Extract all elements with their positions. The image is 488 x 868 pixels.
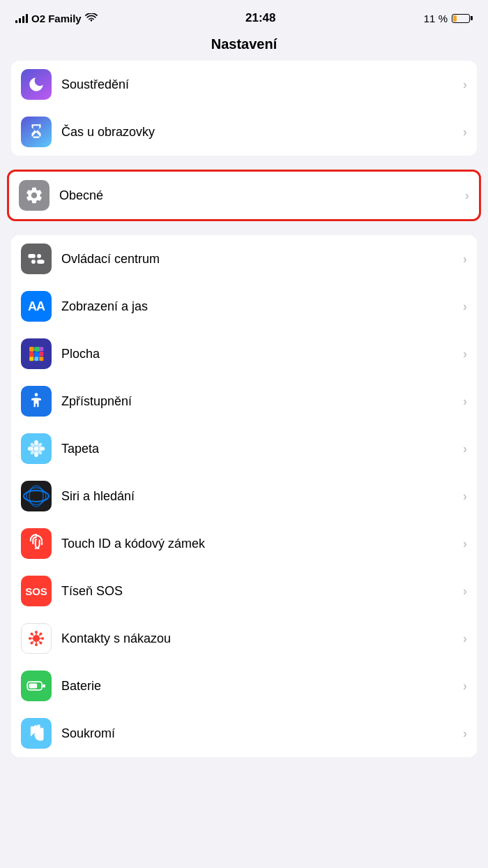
soustredeni-label: Soustředění: [61, 77, 457, 92]
chevron-nak: ›: [463, 631, 467, 646]
item-soukromi[interactable]: Soukromí ›: [11, 710, 477, 757]
svg-rect-8: [29, 347, 33, 351]
svg-rect-9: [34, 347, 38, 351]
accessibility-svg: [26, 391, 46, 411]
svg-line-45: [33, 641, 33, 642]
svg-point-34: [41, 637, 44, 640]
svg-line-46: [39, 641, 40, 642]
svg-point-22: [39, 447, 45, 451]
svg-line-43: [33, 635, 33, 636]
signal-icon: [15, 13, 28, 23]
svg-rect-12: [34, 352, 38, 356]
status-battery-area: 11 %: [424, 13, 473, 24]
svg-rect-0: [28, 254, 36, 258]
soustredeni-icon: [21, 69, 52, 100]
toggle-svg: [26, 249, 46, 269]
flower-svg: [26, 439, 46, 458]
ovladaci-centrum-icon: [21, 244, 52, 274]
svg-point-2: [37, 253, 42, 258]
battery-svg: [26, 676, 46, 696]
cas-obrazovky-label: Čas u obrazovky: [61, 125, 457, 140]
siri-icon: [21, 481, 52, 511]
hand-svg: [26, 724, 46, 743]
svg-rect-10: [39, 347, 43, 351]
svg-rect-16: [39, 357, 43, 361]
baterie-icon: [21, 671, 52, 701]
zpristupneni-label: Zpřístupnění: [61, 394, 457, 409]
fingerprint-svg: [26, 534, 46, 553]
svg-rect-48: [29, 684, 38, 689]
item-zpristupneni[interactable]: Zpřístupnění ›: [11, 377, 477, 425]
gear-svg: [24, 186, 44, 205]
obecne-label: Obecné: [59, 188, 459, 203]
tapeta-icon: [21, 433, 52, 464]
chevron-tp: ›: [463, 442, 467, 456]
svg-point-17: [35, 393, 38, 396]
status-time: 21:48: [245, 11, 275, 25]
item-soustredeni[interactable]: Soustředění ›: [11, 61, 477, 108]
item-obecne[interactable]: Obecné ›: [9, 172, 479, 219]
cas-obrazovky-icon: [21, 117, 52, 147]
section-obecne: Obecné ›: [7, 170, 481, 221]
item-tapeta[interactable]: Tapeta ›: [11, 425, 477, 472]
tisen-sos-icon: SOS: [21, 576, 52, 606]
svg-point-29: [29, 486, 43, 507]
item-cas-obrazovky[interactable]: Čas u obrazovky ›: [11, 108, 477, 156]
touch-id-icon: [21, 528, 52, 559]
virus-svg: [26, 628, 47, 649]
chevron-zob: ›: [463, 299, 467, 314]
item-siri[interactable]: Siri a hledání ›: [11, 472, 477, 520]
plocha-icon: [21, 338, 52, 369]
hourglass-svg: [27, 123, 45, 141]
tisen-sos-label: Tíseň SOS: [61, 584, 457, 599]
svg-point-20: [34, 451, 38, 457]
battery-icon: [452, 14, 473, 23]
svg-point-3: [31, 260, 36, 264]
soukromi-label: Soukromí: [61, 726, 457, 741]
svg-rect-14: [29, 357, 33, 361]
obecne-icon: [19, 180, 49, 211]
item-nakazou[interactable]: Kontakty s nákazou ›: [11, 615, 477, 662]
svg-line-44: [39, 635, 40, 636]
chevron-icon: ›: [463, 77, 467, 92]
baterie-label: Baterie: [61, 679, 457, 694]
chevron-zp: ›: [463, 394, 467, 409]
siri-label: Siri a hledání: [61, 489, 457, 504]
item-touch-id[interactable]: Touch ID a kódový zámek ›: [11, 520, 477, 567]
svg-point-18: [34, 447, 39, 451]
item-zobrazeni[interactable]: AA Zobrazení a jas ›: [11, 283, 477, 330]
section-main: Ovládací centrum › AA Zobrazení a jas ›: [11, 235, 477, 757]
item-tisen-sos[interactable]: SOS Tíseň SOS ›: [11, 567, 477, 615]
item-plocha[interactable]: Plocha ›: [11, 330, 477, 377]
chevron-tid: ›: [463, 537, 467, 551]
wifi-icon: [85, 13, 98, 23]
chevron-icon-2: ›: [463, 125, 467, 140]
plocha-label: Plocha: [61, 347, 457, 361]
moon-svg: [27, 75, 45, 93]
svg-point-31: [35, 631, 38, 634]
svg-point-21: [28, 447, 33, 451]
zobrazeni-label: Zobrazení a jas: [61, 299, 457, 314]
zpristupneni-icon: [21, 386, 52, 417]
item-ovladaci-centrum[interactable]: Ovládací centrum ›: [11, 235, 477, 283]
chevron-sos: ›: [463, 584, 467, 599]
chevron-oc: ›: [463, 252, 467, 267]
section-focus: Soustředění › Čas u obrazovky ›: [11, 61, 477, 156]
chevron-bat: ›: [463, 679, 467, 694]
item-baterie[interactable]: Baterie ›: [11, 662, 477, 710]
ovladaci-centrum-label: Ovládací centrum: [61, 252, 457, 267]
svg-rect-49: [43, 684, 45, 688]
zobrazeni-icon: AA: [21, 291, 52, 322]
svg-rect-15: [34, 357, 38, 361]
chevron-obecne: ›: [465, 188, 469, 203]
aa-text: AA: [28, 299, 45, 314]
battery-percent: 11 %: [424, 13, 448, 24]
status-carrier: O2 Family: [15, 13, 98, 24]
svg-point-33: [29, 637, 31, 640]
chevron-sou: ›: [463, 726, 467, 741]
sos-text: SOS: [25, 585, 47, 597]
svg-point-19: [34, 440, 38, 446]
svg-point-30: [33, 635, 40, 642]
nakazou-icon: [21, 623, 52, 654]
chevron-pl: ›: [463, 347, 467, 361]
